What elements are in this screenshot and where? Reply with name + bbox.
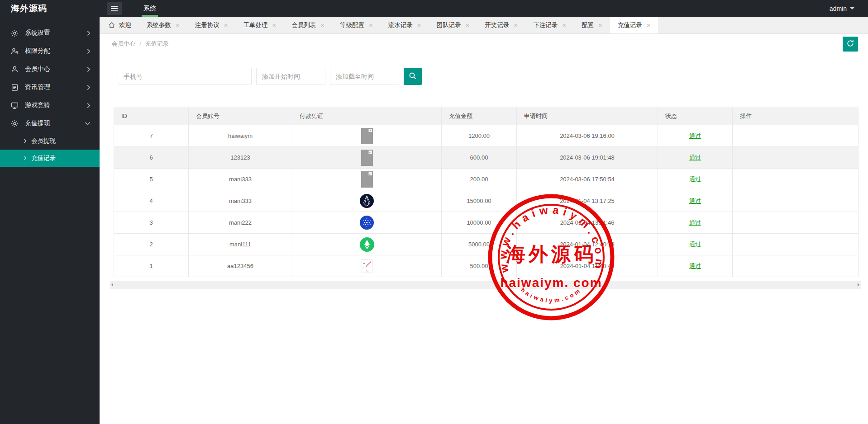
chevron-right-icon bbox=[86, 48, 91, 54]
tab-item[interactable]: 配置× bbox=[574, 17, 610, 33]
gear-icon bbox=[11, 29, 19, 37]
cell-actions bbox=[733, 125, 858, 147]
recharge-table: ID会员账号付款凭证充值金额申请时间状态操作 7haiwaiym1200.002… bbox=[114, 107, 858, 277]
cell-time: 2024-01-04 12:40:19 bbox=[517, 234, 658, 255]
tab-item[interactable]: 下注记录× bbox=[525, 17, 574, 33]
status-pass-link[interactable]: 通过 bbox=[689, 176, 701, 183]
filter-row bbox=[118, 68, 854, 85]
cell-account: mani222 bbox=[189, 212, 292, 234]
cell-amount: 10000.00 bbox=[442, 212, 517, 234]
user-menu[interactable]: admin bbox=[830, 5, 854, 12]
tab-item[interactable]: 开奖记录× bbox=[477, 17, 525, 33]
sidebar-item[interactable]: 会员中心 bbox=[0, 60, 100, 78]
tab-item[interactable]: 团队记录× bbox=[429, 17, 477, 33]
horizontal-scrollbar[interactable] bbox=[110, 281, 861, 289]
broken-image-icon[interactable] bbox=[362, 259, 372, 273]
cell-account: mani111 bbox=[189, 234, 292, 255]
sidebar-item[interactable]: 资讯管理 bbox=[0, 78, 100, 96]
column-header: 申请时间 bbox=[517, 107, 658, 125]
photo-thumb[interactable] bbox=[361, 171, 373, 188]
status-pass-link[interactable]: 通过 bbox=[689, 132, 701, 139]
breadcrumb-parent[interactable]: 会员中心 bbox=[112, 40, 135, 48]
close-icon[interactable]: × bbox=[272, 22, 277, 28]
close-icon[interactable]: × bbox=[562, 22, 566, 28]
tab-item[interactable]: 工单处理× bbox=[236, 17, 284, 33]
tab-label: 欢迎 bbox=[119, 21, 131, 29]
cell-account: aa123456 bbox=[189, 255, 292, 277]
cell-actions bbox=[733, 190, 858, 212]
ethereum-icon[interactable] bbox=[360, 237, 374, 252]
photo-thumb[interactable] bbox=[361, 150, 373, 166]
cell-account: 123123 bbox=[189, 147, 292, 169]
sidebar-item-label: 会员中心 bbox=[25, 65, 50, 73]
tab-item[interactable]: 注册协议× bbox=[187, 17, 236, 33]
sidebar-subitem[interactable]: 会员提现 bbox=[0, 132, 100, 150]
key-user-icon bbox=[11, 47, 19, 55]
chevron-down-icon bbox=[850, 7, 854, 12]
cell-voucher bbox=[292, 234, 442, 255]
sidebar-item[interactable]: 游戏竞猜 bbox=[0, 96, 100, 114]
tab-item[interactable]: 等级配置× bbox=[332, 17, 381, 33]
tab-item[interactable]: 系统参数× bbox=[139, 17, 187, 33]
refresh-button[interactable] bbox=[843, 37, 858, 52]
tab-active[interactable]: 充值记录× bbox=[610, 17, 658, 33]
cell-account: mani333 bbox=[189, 169, 292, 190]
close-icon[interactable]: × bbox=[320, 22, 324, 28]
table-row: 1aa123456500.002024-01-04 11:40:40通过 bbox=[114, 255, 858, 277]
status-pass-link[interactable]: 通过 bbox=[689, 198, 701, 204]
cell-account: mani333 bbox=[189, 190, 292, 212]
cell-voucher bbox=[292, 169, 442, 190]
breadcrumb-separator: / bbox=[139, 41, 141, 47]
cell-amount: 500.00 bbox=[442, 255, 517, 277]
sidebar-item[interactable]: 充值提现 bbox=[0, 114, 100, 132]
cell-actions bbox=[733, 147, 858, 169]
tab-item[interactable]: 流水记录× bbox=[381, 17, 429, 33]
chevron-right-icon bbox=[86, 30, 91, 36]
tab-item[interactable]: 欢迎 bbox=[100, 17, 139, 33]
tab-bar: 欢迎系统参数×注册协议×工单处理×会员列表×等级配置×流水记录×团队记录×开奖记… bbox=[100, 17, 868, 34]
sidebar-item[interactable]: 权限分配 bbox=[0, 42, 100, 60]
tab-label: 注册协议 bbox=[195, 21, 219, 29]
close-icon[interactable]: × bbox=[369, 22, 373, 28]
doc-icon bbox=[11, 84, 19, 91]
breadcrumb-bar: 会员中心 / 充值记录 bbox=[100, 34, 868, 54]
sidebar-item[interactable]: 系统设置 bbox=[0, 24, 100, 42]
search-button[interactable] bbox=[404, 68, 422, 85]
gear-icon bbox=[11, 120, 19, 127]
cell-actions bbox=[733, 212, 858, 234]
status-pass-link[interactable]: 通过 bbox=[689, 219, 701, 226]
tab-item[interactable]: 会员列表× bbox=[284, 17, 332, 33]
close-icon[interactable]: × bbox=[224, 22, 228, 28]
scroll-left-icon[interactable] bbox=[111, 283, 113, 287]
eos-icon[interactable] bbox=[360, 194, 374, 208]
hamburger-menu-button[interactable] bbox=[107, 2, 122, 15]
user-icon bbox=[11, 66, 19, 73]
scroll-right-icon[interactable] bbox=[858, 283, 859, 287]
end-time-input[interactable] bbox=[330, 68, 399, 85]
close-icon[interactable]: × bbox=[466, 22, 470, 28]
cell-status: 通过 bbox=[658, 169, 733, 190]
cell-voucher bbox=[292, 212, 442, 234]
phone-input[interactable] bbox=[118, 68, 252, 85]
topnav-system[interactable]: 系统 bbox=[137, 0, 162, 17]
cell-actions bbox=[733, 234, 858, 255]
close-icon[interactable]: × bbox=[514, 22, 518, 28]
cell-time: 2024-03-06 19:16:00 bbox=[517, 125, 658, 147]
close-icon[interactable]: × bbox=[598, 22, 602, 28]
close-icon[interactable]: × bbox=[417, 22, 421, 28]
status-pass-link[interactable]: 通过 bbox=[689, 263, 701, 269]
user-name: admin bbox=[830, 5, 847, 12]
cardano-icon[interactable] bbox=[360, 216, 374, 230]
sidebar-item-label: 充值提现 bbox=[25, 119, 50, 127]
photo-thumb[interactable] bbox=[361, 128, 373, 144]
status-pass-link[interactable]: 通过 bbox=[689, 154, 701, 161]
chevron-right-icon bbox=[86, 103, 91, 108]
table-row: 3mani22210000.002024-01-04 13:11:46通过 bbox=[114, 212, 858, 234]
close-icon[interactable]: × bbox=[647, 22, 651, 28]
sidebar-subitem[interactable]: 充值记录 bbox=[0, 150, 100, 167]
monitor-icon bbox=[11, 102, 19, 109]
status-pass-link[interactable]: 通过 bbox=[689, 241, 701, 248]
start-time-input[interactable] bbox=[256, 68, 325, 85]
close-icon[interactable]: × bbox=[176, 22, 180, 28]
cell-status: 通过 bbox=[658, 190, 733, 212]
